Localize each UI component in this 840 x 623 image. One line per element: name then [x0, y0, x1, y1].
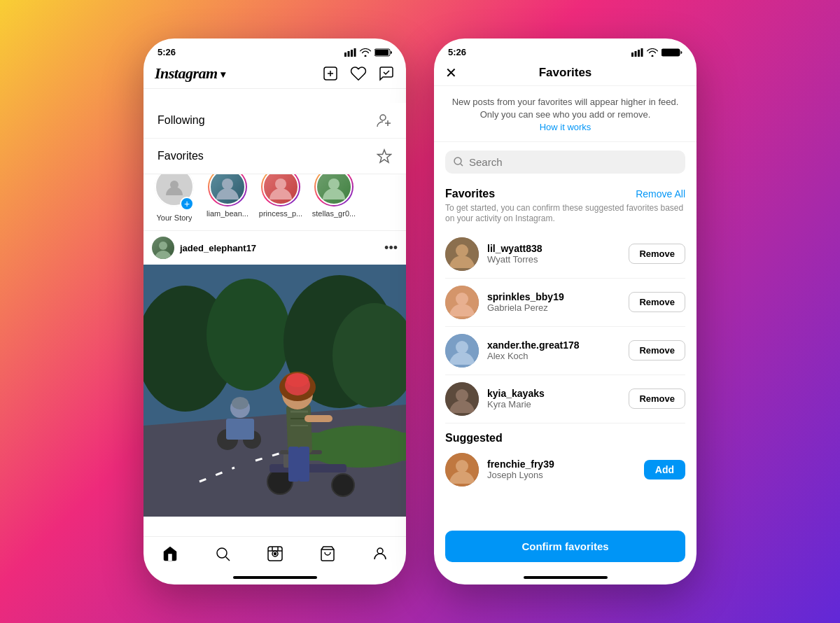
user-info-1: lil_wyatt838 Wyatt Torres — [487, 243, 620, 265]
add-button-1[interactable]: Add — [644, 460, 685, 479]
remove-button-2[interactable]: Remove — [629, 292, 685, 312]
user-avatar-1 — [445, 237, 479, 271]
dropdown-favorites[interactable]: Favorites — [144, 139, 406, 174]
status-bar-2: 5:26 — [434, 38, 696, 60]
header-action-icons — [322, 65, 395, 82]
remove-button-3[interactable]: Remove — [629, 340, 685, 360]
nav-shop-button[interactable] — [319, 545, 336, 565]
user-info-3: xander.the.great178 Alex Koch — [487, 340, 620, 361]
status-icons-2 — [631, 48, 682, 57]
user-avatar-3 — [445, 334, 479, 368]
post-image-svg — [144, 265, 406, 517]
favorite-user-row-3: xander.the.great178 Alex Koch Remove — [445, 328, 685, 373]
svg-point-26 — [332, 474, 354, 496]
svg-rect-60 — [641, 48, 643, 57]
svg-rect-59 — [638, 50, 640, 57]
remove-button-4[interactable]: Remove — [629, 388, 685, 409]
heart-button[interactable] — [350, 65, 367, 82]
divider-3 — [445, 374, 685, 375]
instagram-logo[interactable]: Instagram ▾ — [155, 64, 225, 83]
svg-point-9 — [380, 115, 386, 120]
messenger-button[interactable] — [378, 65, 395, 82]
user-info-4: kyia_kayaks Kyra Marie — [487, 388, 620, 410]
wifi-icon-2 — [647, 48, 658, 57]
story-add-icon[interactable]: + — [180, 197, 194, 211]
nav-profile-button[interactable] — [372, 545, 388, 565]
favorite-user-row-1: lil_wyatt838 Wyatt Torres Remove — [445, 232, 685, 276]
remove-button-1[interactable]: Remove — [629, 244, 685, 264]
story-liam[interactable]: liam_bean... — [205, 167, 250, 222]
instagram-post: jaded_elephant17 ••• — [144, 231, 406, 536]
how-it-works-link[interactable]: How it works — [540, 122, 592, 132]
user-name-4: Kyra Marie — [487, 399, 620, 410]
divider-1 — [445, 278, 685, 279]
favorites-description: New posts from your favorites will appea… — [434, 86, 696, 142]
status-bar-1: 5:26 — [144, 38, 406, 60]
post-options-button[interactable]: ••• — [384, 241, 398, 255]
nav-reels-button[interactable] — [267, 545, 284, 565]
svg-line-63 — [461, 164, 463, 166]
phone-instagram-feed: 5:26 Instagram ▾ — [144, 38, 406, 584]
suggested-section-title: Suggested — [445, 432, 503, 444]
svg-rect-2 — [351, 50, 353, 57]
svg-rect-24 — [304, 433, 406, 461]
home-indicator-2 — [434, 570, 696, 584]
nav-home-button[interactable] — [162, 545, 178, 565]
search-bar[interactable] — [445, 150, 685, 174]
home-bar — [233, 576, 317, 579]
story-your[interactable]: + Your Story — [152, 167, 197, 222]
user-handle-1: lil_wyatt838 — [487, 243, 620, 254]
status-icons-1 — [344, 48, 392, 57]
suggested-avatar-1 — [445, 453, 479, 486]
close-button[interactable]: ✕ — [445, 64, 457, 81]
following-icon — [377, 113, 392, 128]
user-name-3: Alex Koch — [487, 351, 620, 361]
confirm-favorites-button[interactable]: Confirm favorites — [445, 531, 685, 562]
favorites-desc-text: New posts from your favorites will appea… — [452, 97, 679, 120]
svg-point-14 — [222, 178, 233, 190]
dropdown-following[interactable]: Following — [144, 103, 406, 139]
user-avatar-4 — [445, 382, 479, 416]
story-label-stellas: stellas_gr0... — [312, 209, 356, 218]
favorites-section-desc: To get started, you can confirm these su… — [445, 203, 685, 225]
favorites-page-title: Favorites — [539, 66, 592, 80]
bottom-nav — [144, 536, 406, 570]
remove-all-button[interactable]: Remove All — [636, 188, 685, 200]
battery-icon — [374, 48, 392, 57]
star-icon — [377, 148, 392, 164]
svg-rect-41 — [304, 415, 332, 422]
status-time-1: 5:26 — [158, 47, 176, 57]
svg-rect-35 — [299, 447, 309, 482]
user-name-1: Wyatt Torres — [487, 254, 620, 265]
svg-point-46 — [232, 397, 248, 410]
suggested-section-header: Suggested — [445, 432, 685, 444]
instagram-logo-text: Instagram — [155, 64, 218, 83]
dropdown-following-label: Following — [158, 114, 205, 127]
nav-search-button[interactable] — [214, 545, 231, 565]
svg-point-69 — [456, 341, 468, 354]
home-bar-2 — [524, 576, 608, 579]
post-header: jaded_elephant17 ••• — [144, 231, 406, 265]
story-princess[interactable]: princess_p... — [258, 167, 303, 222]
story-stellas[interactable]: stellas_gr0... — [312, 167, 356, 222]
dropdown-favorites-label: Favorites — [158, 150, 204, 162]
svg-rect-34 — [288, 447, 299, 482]
signal-icon — [344, 48, 356, 57]
search-icon — [454, 157, 463, 167]
dropdown-arrow[interactable]: ▾ — [220, 69, 225, 80]
favorite-user-row-4: kyia_kayaks Kyra Marie Remove — [445, 377, 685, 421]
divider-4 — [445, 423, 685, 424]
svg-rect-61 — [662, 49, 680, 56]
suggested-handle-1: frenchie_fry39 — [487, 458, 636, 470]
user-name-2: Gabriela Perez — [487, 302, 620, 313]
svg-point-73 — [456, 460, 468, 472]
post-image — [144, 265, 406, 517]
post-user-info[interactable]: jaded_elephant17 — [152, 237, 256, 259]
svg-point-17 — [159, 241, 167, 250]
search-input[interactable] — [469, 156, 677, 168]
svg-point-71 — [456, 389, 468, 402]
svg-point-51 — [274, 553, 276, 555]
divider-2 — [445, 326, 685, 327]
add-post-button[interactable] — [322, 65, 339, 82]
svg-marker-12 — [378, 150, 391, 162]
